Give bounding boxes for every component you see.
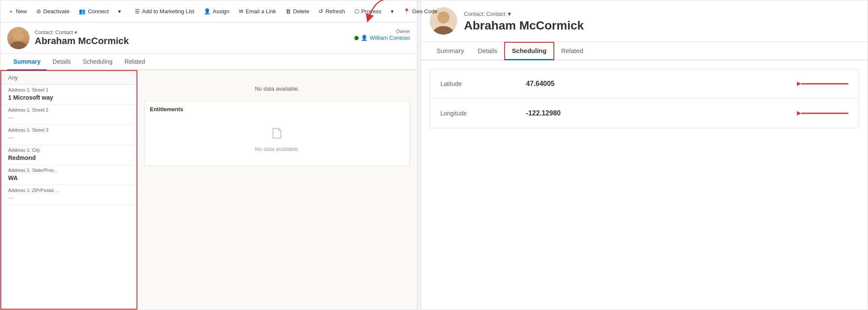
entitlements-no-data: No data available.	[255, 146, 299, 152]
field-label-street3: Address 1: Street 3	[1, 125, 137, 133]
entitlements-body: 🗋 No data available.	[150, 116, 404, 161]
connect-button[interactable]: 👥 Connect	[74, 6, 113, 17]
entitlements-section: Entitlements 🗋 No data available.	[144, 100, 410, 166]
email-icon: ✉	[239, 8, 244, 15]
right-tab-details[interactable]: Details	[471, 42, 504, 60]
avatar	[7, 27, 30, 49]
field-street2: Address 1: Street 2 ---	[1, 105, 137, 125]
contact-header: Contact: Contact ▾ Abraham McCormick Own…	[0, 23, 417, 54]
refresh-label: Refresh	[325, 8, 345, 15]
longitude-arrow	[797, 107, 848, 119]
right-tab-scheduling[interactable]: Scheduling	[504, 42, 554, 60]
process-chevron-button[interactable]: ▾	[386, 6, 398, 17]
new-label: New	[16, 8, 27, 15]
assign-button[interactable]: 👤 Assign	[199, 6, 234, 17]
delete-icon: 🗑	[285, 8, 291, 15]
tab-related[interactable]: Related	[119, 54, 151, 70]
refresh-icon: ↺	[318, 8, 323, 15]
contact-type-chevron[interactable]: ▾	[74, 30, 77, 35]
longitude-value: -122.12980	[526, 109, 790, 117]
field-city: Address 1: City Redmond	[1, 145, 137, 165]
any-header: Any	[1, 71, 137, 85]
svg-point-2	[10, 41, 27, 49]
deactivate-button[interactable]: ⊘ Deactivate	[32, 6, 74, 17]
field-street3: Address 1: Street 3 ---	[1, 125, 137, 145]
email-link-label: Email a Link	[246, 8, 276, 15]
field-state: Address 1: State/Prov... WA	[1, 165, 137, 185]
content-area: Any Address 1: Street 1 1 Microsoft way …	[0, 70, 417, 310]
field-value-street1: 1 Microsoft way	[1, 93, 137, 104]
field-value-state: WA	[1, 174, 137, 185]
field-value-city: Redmond	[1, 154, 137, 165]
contact-type: Contact: Contact ▾	[35, 30, 129, 35]
tabs-left: Summary Details Scheduling Related	[0, 54, 417, 70]
process-chevron-icon: ▾	[391, 8, 394, 15]
process-label: Process	[361, 8, 381, 15]
field-street1: Address 1: Street 1 1 Microsoft way	[1, 85, 137, 105]
right-column: No data available. Entitlements 🗋 No dat…	[137, 70, 417, 310]
right-tab-related[interactable]: Related	[554, 42, 590, 60]
connect-icon: 👥	[79, 8, 86, 15]
more-chevron-button[interactable]: ▾	[114, 6, 125, 17]
owner-name[interactable]: William Contoso	[370, 35, 410, 41]
deactivate-label: Deactivate	[43, 8, 69, 15]
right-contact-name: Abraham McCormick	[464, 19, 584, 32]
no-data-top: No data available.	[144, 77, 410, 100]
tab-scheduling[interactable]: Scheduling	[77, 54, 119, 70]
geo-section: Latitude 47.64005 Longitude -122.12980	[430, 69, 859, 128]
plus-icon: ＋	[8, 8, 14, 15]
owner-section: Owner 👤 William Contoso	[354, 29, 410, 41]
list-icon: ☰	[135, 8, 140, 15]
contact-name: Abraham McCormick	[35, 35, 129, 47]
latitude-arrow	[797, 78, 848, 90]
entitlements-header: Entitlements	[150, 106, 404, 112]
right-contact-type: Contact: Contact ▾	[464, 10, 584, 18]
right-contact-info: Contact: Contact ▾ Abraham McCormick	[464, 10, 584, 32]
assign-label: Assign	[213, 8, 229, 15]
connect-label: Connect	[88, 8, 108, 15]
assign-icon: 👤	[204, 8, 211, 15]
field-label-street2: Address 1: Street 2	[1, 105, 137, 113]
geo-code-button[interactable]: 📍 Geo Code	[399, 6, 442, 17]
owner-status-dot	[354, 36, 359, 40]
add-to-marketing-label: Add to Marketing List	[142, 8, 194, 15]
geo-code-label: Geo Code	[412, 8, 437, 15]
contact-info: Contact: Contact ▾ Abraham McCormick	[35, 30, 129, 47]
delete-button[interactable]: 🗑 Delete	[281, 6, 314, 17]
right-tab-summary[interactable]: Summary	[430, 42, 471, 60]
refresh-button[interactable]: ↺ Refresh	[314, 6, 349, 17]
right-tabs: Summary Details Scheduling Related	[421, 42, 868, 60]
new-button[interactable]: ＋ New	[4, 5, 31, 18]
deactivate-icon: ⊘	[36, 8, 41, 15]
owner-value: 👤 William Contoso	[354, 35, 410, 41]
svg-point-1	[13, 30, 24, 41]
field-value-street2: ---	[1, 113, 137, 124]
geo-latitude-row: Latitude 47.64005	[430, 69, 859, 99]
latitude-value: 47.64005	[526, 80, 790, 88]
process-button[interactable]: ⬡ Process	[350, 6, 386, 17]
document-icon: 🗋	[270, 124, 285, 142]
toolbar: ＋ New ⊘ Deactivate 👥 Connect ▾ ☰ Add to …	[0, 0, 417, 23]
left-panel: ＋ New ⊘ Deactivate 👥 Connect ▾ ☰ Add to …	[0, 0, 417, 310]
right-panel: Contact: Contact ▾ Abraham McCormick Sum…	[421, 0, 868, 310]
right-contact-header: Contact: Contact ▾ Abraham McCormick	[421, 0, 868, 42]
longitude-label: Longitude	[440, 110, 526, 117]
delete-label: Delete	[293, 8, 309, 15]
tab-summary[interactable]: Summary	[7, 54, 47, 70]
geo-icon: 📍	[403, 8, 410, 15]
tab-details[interactable]: Details	[47, 54, 77, 70]
chevron-down-icon: ▾	[118, 8, 121, 15]
process-icon: ⬡	[354, 8, 359, 15]
add-to-marketing-button[interactable]: ☰ Add to Marketing List	[131, 6, 199, 17]
field-zip: Address 1: ZIP/Postal ... ---	[1, 185, 137, 205]
right-type-chevron[interactable]: ▾	[508, 10, 511, 18]
address-column: Any Address 1: Street 1 1 Microsoft way …	[0, 70, 137, 310]
email-link-button[interactable]: ✉ Email a Link	[235, 6, 280, 17]
field-label-street1: Address 1: Street 1	[1, 85, 137, 93]
field-label-state: Address 1: State/Prov...	[1, 165, 137, 174]
owner-label: Owner	[354, 29, 410, 34]
field-label-zip: Address 1: ZIP/Postal ...	[1, 185, 137, 194]
latitude-label: Latitude	[440, 80, 526, 87]
geo-longitude-row: Longitude -122.12980	[430, 99, 859, 128]
field-label-city: Address 1: City	[1, 145, 137, 154]
